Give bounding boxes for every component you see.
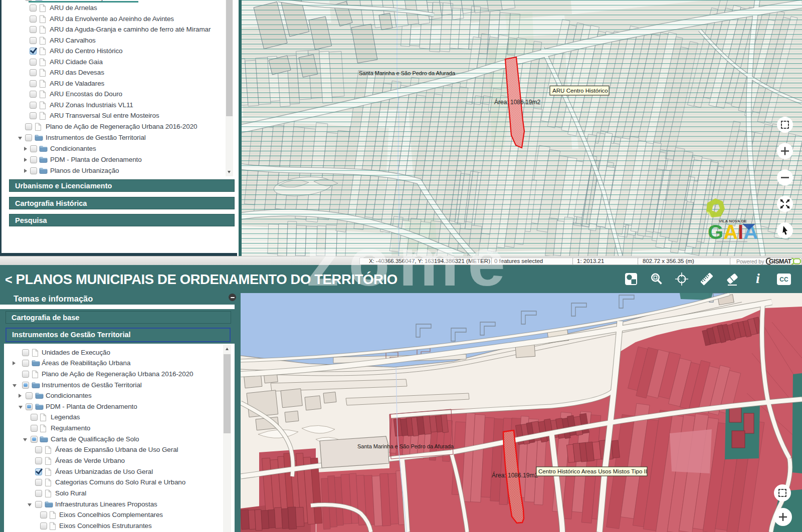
svg-text:Centro Histórico Areas Usos Mi: Centro Histórico Areas Usos Mistos Tipo … [538,468,647,474]
svg-text:Área: 1086.19m2: Área: 1086.19m2 [494,98,540,106]
svg-text:CC: CC [779,276,788,283]
svg-text:Santa Marinha e São Pedro da A: Santa Marinha e São Pedro da Afurada [357,443,454,449]
svg-text:GISMAT: GISMAT [769,258,792,265]
svg-text:Santa Marinha e São Pedro da A: Santa Marinha e São Pedro da Afurada [359,70,456,76]
svg-text:Área: 1086.19m2: Área: 1086.19m2 [492,471,538,479]
svg-text:i: i [756,271,760,286]
svg-text:ARU Centro Histórico: ARU Centro Histórico [552,87,608,94]
